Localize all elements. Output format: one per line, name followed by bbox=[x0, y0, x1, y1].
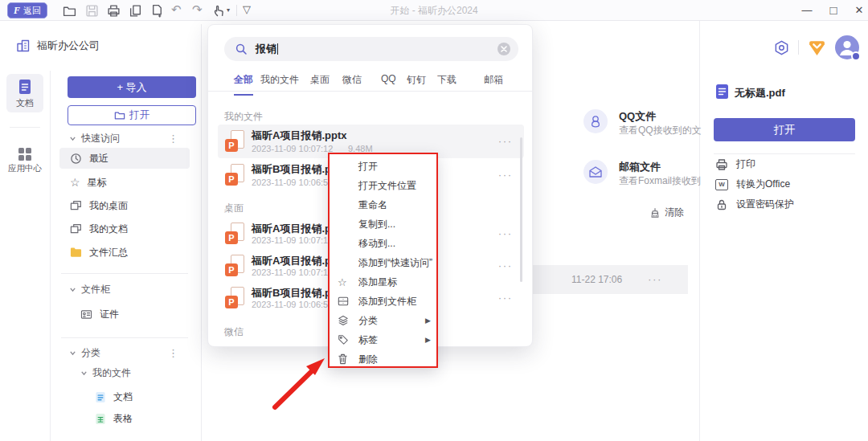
sidebar-item-category-docs[interactable]: 文档 bbox=[59, 386, 190, 407]
open-file-icon[interactable] bbox=[63, 4, 76, 18]
right-panel-open-button[interactable]: 打开 bbox=[714, 118, 855, 141]
menu-item-add-to-cabinet[interactable]: 添加到文件柜 bbox=[330, 292, 436, 311]
tabs-underline bbox=[208, 91, 532, 92]
undo-icon[interactable]: ↶ bbox=[171, 2, 182, 18]
submenu-arrow-icon: ▶ bbox=[425, 316, 431, 325]
print-icon[interactable] bbox=[107, 4, 121, 18]
new-document-icon[interactable] bbox=[150, 4, 164, 18]
cabinet-icon bbox=[338, 296, 349, 307]
file-summary-label: 文件汇总 bbox=[89, 246, 128, 259]
word-doc-icon: W bbox=[715, 179, 728, 190]
rail-separator bbox=[10, 127, 40, 128]
action-convert-office[interactable]: W 转换为Office bbox=[715, 178, 790, 191]
background-file-row[interactable]: 11-22 17:06 ··· bbox=[533, 265, 688, 294]
sidebar-item-category-sheets[interactable]: 表格 bbox=[59, 408, 190, 429]
sidebar-item-file-summary[interactable]: 文件汇总 bbox=[59, 242, 190, 263]
avatar[interactable] bbox=[835, 35, 859, 59]
rail-apps-label: 应用中心 bbox=[6, 163, 43, 174]
row-more-icon[interactable]: ··· bbox=[498, 136, 513, 147]
quick-access-header[interactable]: 快速访问 ⋮ bbox=[69, 132, 190, 145]
redo-icon[interactable]: ↷ bbox=[192, 2, 203, 18]
row-more-icon[interactable]: ··· bbox=[498, 169, 513, 181]
rail-item-documents[interactable]: 文档 bbox=[6, 74, 43, 112]
open-file-button[interactable]: 打开 bbox=[68, 105, 196, 125]
cabinet-header[interactable]: 文件柜 bbox=[69, 283, 190, 296]
mail-card-title[interactable]: 邮箱文件 bbox=[619, 160, 661, 174]
row-more-icon[interactable]: ··· bbox=[498, 228, 513, 239]
menu-item-move-to[interactable]: 移动到... bbox=[330, 234, 436, 253]
print-label: 打印 bbox=[736, 157, 755, 171]
pptx-file-icon: P bbox=[225, 255, 244, 276]
menu-item-open-location[interactable]: 打开文件位置 bbox=[330, 176, 436, 195]
close-button[interactable]: ✕ bbox=[850, 2, 868, 18]
back-button[interactable]: F 返回 bbox=[7, 2, 47, 18]
category-group-my-files[interactable]: 我的文件 bbox=[80, 366, 190, 380]
menu-item-add-quick-access[interactable]: 添加到“快速访问” bbox=[330, 253, 436, 272]
documents-icon bbox=[70, 223, 82, 235]
printer-icon bbox=[715, 158, 728, 171]
cabinet-title: 文件柜 bbox=[81, 283, 110, 296]
hand-tool-icon[interactable] bbox=[212, 4, 226, 18]
row-more-icon[interactable]: ··· bbox=[498, 260, 513, 272]
background-row-ellipsis-icon[interactable]: ··· bbox=[648, 274, 662, 285]
id-card-icon bbox=[80, 309, 92, 320]
menu-item-rename[interactable]: 重命名 bbox=[330, 195, 436, 214]
file-time: 2023-11-09 10:06:56 bbox=[252, 178, 333, 187]
submenu-arrow-icon: ▶ bbox=[425, 336, 431, 344]
header-actions bbox=[773, 35, 859, 59]
back-label: 返回 bbox=[23, 5, 41, 17]
sidebar-item-id-cards[interactable]: 证件 bbox=[59, 304, 190, 325]
rail-item-app-center[interactable]: 应用中心 bbox=[6, 141, 43, 182]
category-header[interactable]: 分类 ⋮ bbox=[69, 346, 190, 360]
search-input[interactable]: 报销 bbox=[224, 37, 518, 61]
star-icon: ☆ bbox=[338, 276, 347, 288]
action-password-protect[interactable]: 设置密码保护 bbox=[715, 198, 794, 211]
toolbar-overflow-icon[interactable]: ▽ bbox=[243, 3, 251, 15]
chevron-down-icon bbox=[69, 286, 76, 293]
search-icon bbox=[235, 43, 248, 55]
maximize-button[interactable]: □ bbox=[825, 2, 842, 18]
section-my-files: 我的文件 bbox=[224, 110, 263, 124]
app-window: F 返回 ↶ ↷ ▾ ▽ 开始 - 福昕办公2024 — □ ✕ 福昕办公公司 bbox=[0, 0, 868, 441]
password-label: 设置密码保护 bbox=[736, 198, 794, 211]
import-button[interactable]: + 导入 bbox=[68, 76, 196, 98]
menu-item-copy-to[interactable]: 复制到... bbox=[330, 214, 436, 234]
category-kebab-icon[interactable]: ⋮ bbox=[168, 347, 178, 359]
my-desktop-label: 我的桌面 bbox=[89, 199, 128, 213]
file-time: 2023-11-09 10:07:12 bbox=[252, 267, 333, 277]
sidebar-item-recent[interactable]: 最近 bbox=[59, 148, 190, 169]
sidebar-item-my-documents[interactable]: 我的文档 bbox=[59, 218, 190, 239]
sidebar-item-starred[interactable]: ☆ 星标 bbox=[59, 172, 190, 193]
qq-card-title[interactable]: QQ文件 bbox=[619, 109, 656, 124]
qq-file-icon bbox=[583, 109, 608, 133]
sidebar-item-my-desktop[interactable]: 我的桌面 bbox=[59, 195, 190, 216]
minimize-button[interactable]: — bbox=[798, 2, 816, 18]
text-caret bbox=[277, 43, 278, 55]
save-icon[interactable] bbox=[85, 4, 99, 18]
hand-tool-caret-icon[interactable]: ▾ bbox=[227, 6, 230, 14]
file-time: 2023-11-09 10:06:56 bbox=[252, 300, 333, 309]
sidebar-divider bbox=[201, 24, 202, 441]
quick-access-kebab-icon[interactable]: ⋮ bbox=[168, 133, 178, 145]
company-switcher[interactable]: 福昕办公公司 bbox=[16, 39, 100, 53]
action-print[interactable]: 打印 bbox=[715, 157, 755, 171]
tab-all[interactable]: 全部 bbox=[234, 73, 253, 96]
mail-file-icon bbox=[583, 160, 608, 184]
clear-button[interactable]: 清除 bbox=[649, 206, 684, 219]
convert-label: 转换为Office bbox=[736, 178, 790, 191]
tab-qq[interactable]: QQ bbox=[381, 73, 396, 92]
clear-label: 清除 bbox=[665, 206, 684, 219]
right-panel-divider bbox=[699, 21, 700, 441]
file-time: 2023-11-09 10:07:12 bbox=[252, 144, 333, 153]
company-name: 福昕办公公司 bbox=[37, 39, 100, 53]
menu-item-category[interactable]: 分类 ▶ bbox=[330, 311, 436, 330]
menu-item-add-star[interactable]: ☆ 添加星标 bbox=[330, 272, 436, 292]
row-more-icon[interactable]: ··· bbox=[498, 292, 513, 304]
menu-item-open[interactable]: 打开 bbox=[330, 157, 436, 176]
copy-icon[interactable] bbox=[129, 4, 142, 18]
category-sheets-label: 表格 bbox=[113, 412, 133, 426]
vip-badge-icon[interactable] bbox=[807, 39, 827, 57]
clear-search-icon[interactable] bbox=[497, 43, 510, 55]
settings-gear-icon[interactable] bbox=[773, 39, 790, 56]
dialog-scrollbar[interactable] bbox=[520, 137, 522, 282]
